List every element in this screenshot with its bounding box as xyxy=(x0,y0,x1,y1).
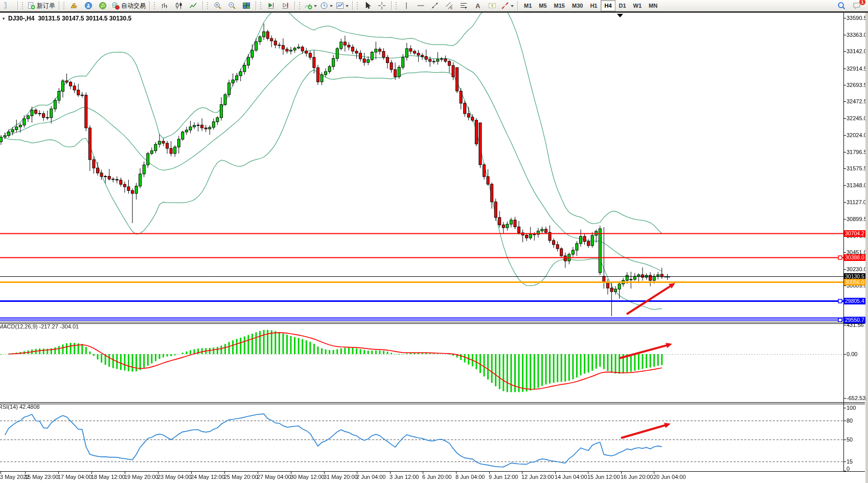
level-price-label: 29805.4 xyxy=(844,298,866,304)
chart-canvas[interactable] xyxy=(0,0,868,483)
svg-text:E: E xyxy=(450,6,453,10)
arrows-button[interactable] xyxy=(499,0,515,11)
window-partial-icon[interactable] xyxy=(1,0,15,11)
cursor-button[interactable] xyxy=(360,0,375,11)
text-button[interactable]: A xyxy=(471,0,485,11)
bar-chart-icon xyxy=(161,2,169,10)
price-tick-label: 32472.5 xyxy=(847,98,867,104)
candlestick-button[interactable] xyxy=(172,0,186,11)
symbol-period-label: DJ30-,H4 xyxy=(8,15,34,22)
community-button[interactable] xyxy=(81,0,96,11)
notification-badge: 1 xyxy=(859,0,866,6)
time-axis-label: 12 Jun 23:00 xyxy=(521,474,554,480)
timeframe-h1[interactable]: H1 xyxy=(586,0,601,11)
rsi-tick-label: 80 xyxy=(847,418,853,424)
autotrading-icon xyxy=(111,2,120,10)
chart-shift-button[interactable] xyxy=(278,0,292,11)
time-axis-label: 3 Jun 12:00 xyxy=(390,474,419,480)
signals-button[interactable] xyxy=(96,0,110,11)
timeframe-w1[interactable]: W1 xyxy=(630,0,646,11)
text-icon: A xyxy=(474,2,482,10)
templates-button[interactable] xyxy=(334,0,350,11)
timeframe-m15[interactable]: M15 xyxy=(551,0,568,11)
time-axis-label: 15 May 23:00 xyxy=(25,474,59,480)
chevron-down-icon xyxy=(314,5,317,9)
time-axis-label: 24 May 12:00 xyxy=(191,474,225,480)
horizontal-line-button[interactable] xyxy=(414,0,428,11)
svg-text:A: A xyxy=(475,2,481,10)
time-axis-label: 20 Jun 04:00 xyxy=(653,474,686,480)
indicators-button[interactable] xyxy=(303,0,318,11)
price-tick-label: 33590.5 xyxy=(847,15,867,21)
macd-tick-label: -652.53 xyxy=(847,395,865,401)
level-price-label: 29550.7 xyxy=(844,317,866,323)
chevron-down-icon xyxy=(511,5,514,9)
time-axis-label: 19 May 20:00 xyxy=(124,474,158,480)
price-tick-label: 33142.0 xyxy=(847,48,867,54)
search-button[interactable] xyxy=(834,0,849,11)
vertical-line-icon xyxy=(402,2,410,10)
metatrader-window: 新订单自动交易EFATM1M5M15M30H1H4D1W1MN1 ▾ DJ30-… xyxy=(0,0,868,483)
timeframe-h4[interactable]: H4 xyxy=(601,0,615,11)
toolbar: 新订单自动交易EFATM1M5M15M30H1H4D1W1MN1 xyxy=(0,0,868,11)
time-axis-label: 31 May 20:00 xyxy=(324,474,358,480)
templates-icon xyxy=(336,2,344,10)
auto-trading-button-label: 自动交易 xyxy=(121,2,146,10)
time-axis-label: 14 Jun 04:00 xyxy=(555,474,587,480)
crosshair-button[interactable] xyxy=(375,0,389,11)
line-chart-icon xyxy=(189,2,197,10)
timeframe-m1[interactable]: M1 xyxy=(520,0,535,11)
new-order-button[interactable]: 新订单 xyxy=(26,0,57,11)
text-label-button[interactable]: T xyxy=(485,0,499,11)
zoom-out-button[interactable] xyxy=(225,0,239,11)
price-tick-label: 31348.0 xyxy=(847,182,867,188)
price-tick-label: 32245.0 xyxy=(847,115,867,121)
indicators-icon xyxy=(304,2,312,10)
time-axis-label: 6 Jun 20:00 xyxy=(422,474,452,480)
timeframe-m5[interactable]: M5 xyxy=(535,0,550,11)
bar-chart-button[interactable] xyxy=(157,0,172,11)
time-axis-label: 25 May 20:00 xyxy=(224,474,258,480)
time-axis-label: 15 Jun 12:00 xyxy=(587,474,620,480)
auto-trading-button[interactable]: 自动交易 xyxy=(110,0,147,11)
toolbar-separator xyxy=(517,1,518,10)
search-icon xyxy=(837,2,846,10)
rsi-tick-label: 100 xyxy=(847,405,856,411)
price-tick-label: 30899.5 xyxy=(847,216,867,222)
toolbar-separator xyxy=(202,1,203,10)
fibonacci-button[interactable]: F xyxy=(456,0,471,11)
timeframe-d1[interactable]: D1 xyxy=(615,0,630,11)
fibonacci-icon: F xyxy=(460,2,468,10)
price-tick-label: 31796.5 xyxy=(847,149,867,155)
time-axis-label: 27 May 04:00 xyxy=(257,474,291,480)
trendline-button[interactable] xyxy=(428,0,442,11)
toolbar-grip xyxy=(207,2,209,9)
price-tick-label: 33363.0 xyxy=(847,32,867,38)
auto-scroll-button[interactable] xyxy=(264,0,278,11)
chart-title: ▾ DJ30-,H4 30131.5 30147.5 30114.5 30130… xyxy=(3,15,131,22)
zoom-in-button[interactable] xyxy=(211,0,225,11)
crosshair-icon xyxy=(378,2,386,10)
symbol-dropdown-icon[interactable]: ▾ xyxy=(3,16,5,21)
price-tick-label: 31127.0 xyxy=(847,199,866,205)
toolbar-divider xyxy=(0,11,868,13)
channel-button[interactable]: E xyxy=(442,0,456,11)
rsi-tick-label: 15 xyxy=(847,458,853,465)
timeframe-mn[interactable]: MN xyxy=(645,0,661,11)
periods-button[interactable] xyxy=(318,0,334,11)
price-tick-label: 30230.0 xyxy=(847,266,867,272)
gold-button[interactable] xyxy=(67,0,81,11)
macd-tick-label: 0.00 xyxy=(847,351,857,357)
tile-windows-button[interactable] xyxy=(239,0,254,11)
toolbar-grip xyxy=(396,2,398,9)
periods-icon xyxy=(320,2,328,10)
toolbar-grip xyxy=(260,2,262,9)
timeframe-m30[interactable]: M30 xyxy=(568,0,586,11)
chart-shift-icon xyxy=(281,2,289,10)
line-chart-button[interactable] xyxy=(186,0,200,11)
vertical-line-button[interactable] xyxy=(399,0,414,11)
notifications-button[interactable]: 1 xyxy=(850,0,864,11)
time-axis-label: 9 Jun 12:00 xyxy=(489,474,518,480)
toolbar-grip xyxy=(22,2,24,9)
price-tick-label: 32914.5 xyxy=(847,65,867,72)
